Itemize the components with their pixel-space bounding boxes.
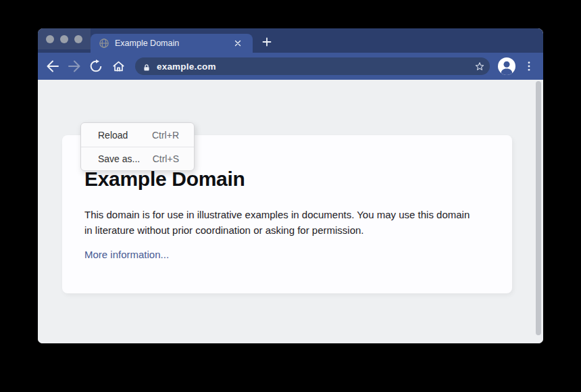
url-text: example.com — [157, 62, 216, 72]
menu-item-reload[interactable]: Reload Ctrl+R — [81, 123, 194, 147]
menu-item-shortcut: Ctrl+R — [152, 130, 179, 141]
forward-button[interactable] — [66, 58, 82, 74]
menu-item-label: Reload — [98, 130, 128, 141]
page-viewport: Example Domain This domain is for use in… — [38, 80, 543, 343]
more-information-link[interactable]: More information... — [84, 249, 169, 260]
toolbar: example.com — [38, 53, 543, 80]
reload-icon — [89, 59, 103, 74]
zoom-window-button[interactable] — [74, 35, 82, 43]
scrollbar-thumb[interactable] — [536, 81, 541, 335]
desktop-background: Example Domain — [0, 0, 581, 392]
browser-tab[interactable]: Example Domain — [91, 34, 253, 53]
close-window-button[interactable] — [46, 35, 54, 43]
context-menu: Reload Ctrl+R Save as... Ctrl+S — [80, 122, 195, 171]
bookmark-star-icon[interactable] — [474, 60, 486, 72]
favicon-globe-icon — [99, 38, 109, 49]
lock-icon — [143, 62, 151, 70]
reload-button[interactable] — [88, 58, 104, 74]
kebab-menu-icon[interactable] — [521, 58, 537, 74]
browser-window: Example Domain — [38, 28, 543, 343]
minimize-window-button[interactable] — [60, 35, 68, 43]
back-button[interactable] — [45, 58, 61, 74]
menu-item-shortcut: Ctrl+S — [153, 153, 179, 164]
address-bar[interactable]: example.com — [135, 57, 490, 75]
forward-arrow-icon — [66, 58, 82, 74]
page-title: Example Domain — [84, 168, 485, 191]
profile-avatar-icon[interactable] — [498, 57, 515, 75]
tab-strip: Example Domain — [38, 28, 543, 53]
menu-item-save-as[interactable]: Save as... Ctrl+S — [81, 147, 194, 170]
tab-close-icon[interactable] — [232, 38, 243, 49]
tab-title: Example Domain — [115, 39, 232, 48]
menu-item-label: Save as... — [98, 153, 140, 164]
home-button[interactable] — [110, 58, 126, 74]
new-tab-button[interactable] — [261, 36, 272, 47]
home-icon — [111, 59, 126, 74]
plus-icon — [261, 36, 272, 47]
page-paragraph: This domain is for use in illustrative e… — [84, 207, 480, 238]
window-controls — [38, 28, 91, 49]
back-arrow-icon — [45, 58, 61, 74]
